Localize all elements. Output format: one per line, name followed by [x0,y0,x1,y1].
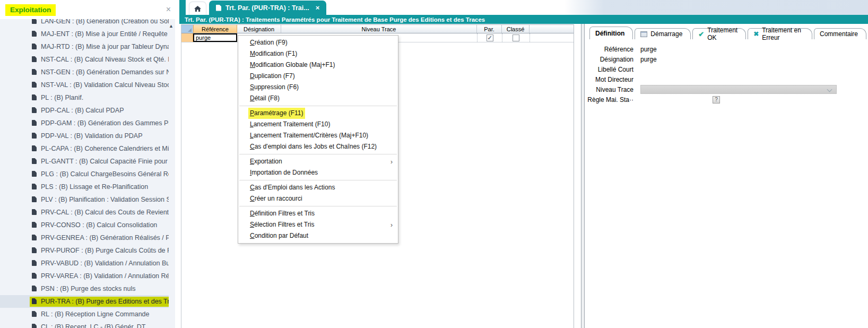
menu-item-parametrage[interactable]: Paramétrage (F11) [238,108,398,119]
menu-item-lancement-traitement[interactable]: Lancement Traitement (F10) [238,119,398,130]
window-title-bar: Trt. Par. (PUR-TRA) : Traitements Paramé… [179,15,868,24]
home-tab[interactable] [189,2,206,15]
row-selector-cell[interactable] [181,33,193,42]
sidebar-item[interactable]: NST-CAL : (B) Calcul Niveau Stock et Qté… [0,53,169,66]
sidebar-item[interactable]: PDP-CAL : (B) Calcul PDAP [0,104,169,117]
classe-checkbox[interactable] [513,34,519,41]
sidebar-item-body: NST-GEN : (B) Génération Demandes sur Ni… [30,67,169,77]
tab-commentaire[interactable]: Commentaire [814,28,866,39]
sidebar-item-body: MAJ-RTD : (B) Mise à jour par Tableur Dy… [30,42,169,52]
active-cell-reference[interactable]: purge [193,33,237,42]
menu-item-condition-defaut[interactable]: Condition par Défaut [238,230,398,241]
column-header-par[interactable]: Par. [477,25,502,33]
sidebar-item[interactable]: NST-GEN : (B) Génération Demandes sur Ni… [0,66,169,79]
menu-item-duplication[interactable]: Duplication (F7) [238,71,398,82]
sidebar-item-body: PLS : (B) Lissage et Re-Planification [30,182,152,192]
sidebar-item[interactable]: PLV : (B) Planification : Validation Ses… [0,193,169,206]
document-icon [216,5,221,11]
menu-item-selection-filtres[interactable]: Sélection Filtres et Tris› [238,219,398,230]
sidebar-item[interactable]: PRV-VAREA : (B) Validation / Annulation … [0,270,169,282]
sidebar-item-label: NST-GEN : (B) Génération Demandes sur Ni… [41,68,169,76]
tab-demarrage[interactable]: Démarrage [635,28,691,39]
menu-item-suppression[interactable]: Suppression (F6) [238,82,398,93]
menu-item-detail[interactable]: Détail (F8) [238,93,398,104]
sidebar-item[interactable]: CL : (B) Recept. LC - (B) Génér. DT [0,321,169,328]
document-icon [32,19,37,24]
menu-item-exportation[interactable]: Exportation› [238,156,398,167]
sidebar-item[interactable]: PUR-TRA : (B) Purge des Editions et des … [0,295,169,308]
sidebar-title: Exploitation [5,4,56,16]
menu-separator [239,154,397,154]
sidebar-item[interactable]: RL : (B) Réception Ligne Commande [0,308,169,321]
sidebar-item-label: PL : (B) Planif. [41,94,83,101]
sidebar-item-label: PUR-TRA : (B) Purge des Editions et des … [41,298,169,305]
tab-traitement-ok[interactable]: ✔ Traitement OK [692,28,746,39]
sidebar-item-label: PDP-GAM : (B) Génération des Gammes PDAP [41,119,169,127]
field-libelle-court: Libellé Court [585,64,868,74]
sidebar: Exploitation × LAN-GEN : (B) Génération … [0,0,175,328]
sidebar-item-body: PUR-TRA : (B) Purge des Editions et des … [30,297,169,307]
help-button[interactable]: ? [713,96,720,103]
panel-splitter[interactable] [581,24,585,328]
column-header-reference[interactable]: Référence [193,25,237,33]
sidebar-item-body: PRV-PUROF : (B) Purge Calculs Coûts de R… [30,246,169,256]
menu-item-cas-emploi-jobs[interactable]: Cas d'emploi dans les Jobs et Chaînes (F… [238,141,398,152]
sidebar-item[interactable]: MAJ-RTD : (B) Mise à jour par Tableur Dy… [0,40,169,53]
cell-par: ✓ [477,33,502,42]
sidebar-item-body: PDP-GAM : (B) Génération des Gammes PDAP [30,118,169,128]
sidebar-item[interactable]: PRV-CAL : (B) Calcul des Couts de Revien… [0,206,169,219]
sidebar-item[interactable]: PRV-VABUD : (B) Validation / Annulation … [0,257,169,270]
sidebar-item-body: CL : (B) Recept. LC - (B) Génér. DT [30,322,150,328]
x-mark-icon: ✖ [753,30,759,38]
menu-item-creer-raccourci[interactable]: Créer un raccourci [238,193,398,204]
column-header-designation[interactable]: Désignation [237,25,281,33]
sidebar-item-body: PSN : (B) Purge des stocks nuls [30,284,140,294]
menu-item-modification-globale[interactable]: Modification Globale (Maj+F1) [238,59,398,71]
sidebar-item[interactable]: PSN : (B) Purge des stocks nuls [0,282,169,295]
sidebar-item[interactable]: LAN-GEN : (B) Génération (Création ou So… [0,19,169,28]
menu-separator [239,180,397,180]
application-window: Exploitation × LAN-GEN : (B) Génération … [0,0,868,328]
sidebar-item[interactable]: MAJ-ENT : (B) Mise à jour Entité / Requê… [0,28,169,40]
sidebar-item-label: RL : (B) Réception Ligne Commande [41,310,150,318]
menu-separator [239,206,397,206]
sidebar-item-label: PDP-CAL : (B) Calcul PDAP [41,107,124,114]
tab-definition[interactable]: Définition [589,27,633,39]
tab-trt-par[interactable]: Trt. Par. (PUR-TRA) : Trai... × [209,1,326,15]
tab-strip: Trt. Par. (PUR-TRA) : Trai... × [179,0,868,15]
sidebar-item-body: PLV : (B) Planification : Validation Ses… [30,195,169,205]
select-all-corner-cell[interactable] [181,25,193,33]
column-header-niveau-trace[interactable]: Niveau Trace [281,25,477,33]
submenu-arrow-icon: › [390,158,393,166]
sidebar-item[interactable]: PDP-VAL : (B) Validation du PDAP [0,130,169,142]
sidebar-item[interactable]: PRV-PUROF : (B) Purge Calculs Coûts de R… [0,244,169,257]
column-header-classe[interactable]: Classé [502,25,530,33]
scroll-up-icon[interactable]: ▲ [169,23,173,29]
sidebar-item-body: PRV-CONSO : (B) Calcul Consolidation [30,220,161,230]
column-header-filler [530,25,574,33]
menu-item-definition-filtres[interactable]: Définition Filtres et Tris [238,208,398,219]
close-icon[interactable]: × [166,6,171,13]
menu-item-lancement-criteres[interactable]: Lancement Traitement/Critères (Maj+F10) [238,130,398,141]
sidebar-item[interactable]: PRV-CONSO : (B) Calcul Consolidation [0,219,169,231]
tab-label: Trt. Par. (PUR-TRA) : Trai... [225,4,309,12]
menu-item-modification[interactable]: Modification (F1) [238,48,398,59]
tab-traitement-erreur[interactable]: ✖ Traitement en Erreur [748,28,812,39]
sidebar-item[interactable]: PL-CAPA : (B) Coherence Calendriers et M… [0,142,169,155]
menu-item-cas-emploi-actions[interactable]: Cas d'Emploi dans les Actions [238,182,398,193]
sidebar-item[interactable]: PL : (B) Planif. [0,91,169,104]
sidebar-item-list: LAN-GEN : (B) Génération (Création ou So… [0,19,169,328]
sidebar-item[interactable]: PDP-GAM : (B) Génération des Gammes PDAP [0,117,169,130]
sidebar-item[interactable]: PL-GANTT : (B) Calcul Capacité Finie pou… [0,155,169,168]
menu-item-creation[interactable]: Création (F9) [238,37,398,48]
sidebar-item-body: PDP-CAL : (B) Calcul PDAP [30,106,128,116]
sidebar-item[interactable]: NST-VAL : (B) Validation Calcul Niveau S… [0,79,169,91]
sidebar-item[interactable]: PLG : (B) Calcul ChargeBesoins Général R… [0,168,169,180]
sidebar-item-body: PRV-VABUD : (B) Validation / Annulation … [30,258,169,269]
tab-close-icon[interactable]: × [316,4,320,12]
sidebar-item[interactable]: PRV-GENREA : (B) Génération Réalisés / P… [0,231,169,244]
par-checkbox[interactable]: ✓ [487,34,493,41]
sidebar-item[interactable]: PLS : (B) Lissage et Re-Planification [0,180,169,193]
menu-item-importation[interactable]: Importation de Données [238,167,398,178]
niveau-trace-dropdown[interactable] [640,85,837,94]
